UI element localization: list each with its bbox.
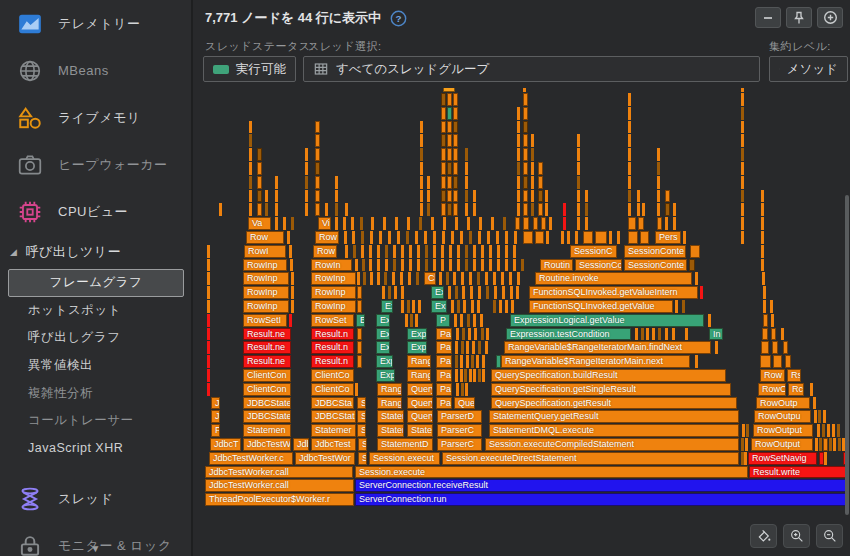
flame-segment[interactable] [761,231,764,244]
flame-segment[interactable] [480,314,483,327]
flame-segment[interactable] [761,341,769,354]
flame-segment[interactable] [695,355,698,368]
flame-segment[interactable] [640,231,649,244]
sidebar-item-live-memory[interactable]: ライブメモリ [0,94,191,141]
flame-segment[interactable] [407,300,410,313]
flame-segment[interactable] [465,203,468,216]
flame-segment[interactable] [700,286,703,299]
flame-segment[interactable] [453,203,458,216]
flame-segment[interactable]: ParserD [437,410,482,423]
flame-segment[interactable] [609,231,612,244]
flame-segment[interactable] [763,300,766,313]
flame-segment[interactable] [453,107,458,120]
flame-segment[interactable] [441,121,446,134]
flame-segment[interactable] [496,231,499,244]
flame-segment[interactable] [289,314,292,327]
flame-segment[interactable]: JdbcTestWorker.call [205,466,353,479]
flame-segment[interactable] [517,272,520,285]
flame-segment[interactable]: RowSetI [243,314,287,327]
flame-segment[interactable] [447,93,452,106]
flame-segment[interactable] [377,259,380,272]
flame-segment[interactable] [546,231,549,244]
flame-segment[interactable] [265,203,268,216]
flame-segment[interactable] [523,93,528,106]
flame-segment[interactable] [509,272,512,285]
flame-segment[interactable] [741,438,744,451]
flame-segment[interactable] [561,231,564,244]
flame-segment[interactable] [770,300,773,313]
flame-segment[interactable] [397,231,400,244]
flame-segment[interactable] [785,355,791,368]
flame-segment[interactable]: RowInp [311,286,356,299]
flame-segment[interactable] [577,203,580,216]
flame-segment[interactable] [257,176,262,189]
flame-segment[interactable]: JdbcT [210,438,241,451]
flame-segment[interactable] [585,190,588,203]
flame-segment[interactable] [478,231,481,244]
sidebar-item-flame-graph[interactable]: フレームグラフ [8,269,184,297]
flame-segment[interactable]: RowSetNavig [748,452,817,465]
sidebar-item-telemetry[interactable]: テレメトリー [0,0,191,47]
flame-segment[interactable] [762,328,768,341]
flame-segment[interactable]: Vi [318,217,331,230]
flame-segment[interactable]: Routine.invoke [535,272,692,285]
flame-segment[interactable] [406,231,409,244]
flame-segment[interactable] [449,259,452,272]
flame-segment[interactable] [363,272,366,285]
flame-segment[interactable] [379,231,382,244]
flame-segment[interactable]: Session.execute [355,466,748,479]
flame-segment[interactable]: Row [315,231,339,244]
flame-segment[interactable] [355,259,358,272]
flame-segment[interactable]: Session.executeDirectStatement [442,452,739,465]
sidebar-scroll-more-icon[interactable]: ▼ [91,543,101,554]
flame-segment[interactable]: S [357,410,366,423]
flame-segment[interactable]: S [358,438,367,451]
flame-segment[interactable] [461,383,464,396]
flame-segment[interactable] [585,203,588,216]
flame-segment[interactable] [335,190,338,203]
flame-segment[interactable] [741,176,744,189]
flame-segment[interactable] [456,383,459,396]
flame-segment[interactable] [657,162,660,175]
flame-segment[interactable] [441,148,446,161]
flame-segment[interactable] [469,231,472,244]
flame-segment[interactable] [810,383,813,396]
flame-segment[interactable] [523,121,528,134]
flame-segment[interactable] [447,162,452,175]
flame-segment[interactable] [460,314,463,327]
flame-segment[interactable] [494,286,497,299]
flame-segment[interactable] [523,203,528,216]
flame-segment[interactable] [419,217,422,230]
flame-segment[interactable] [451,231,454,244]
flame-segment[interactable] [517,134,520,147]
flame-segment[interactable] [401,259,404,272]
flame-segment[interactable]: Result.n [311,341,354,354]
vertical-scrollbar-thumb[interactable] [845,195,849,515]
flame-segment[interactable]: RowInp [311,300,356,313]
flame-segment[interactable] [781,328,784,341]
flame-segment[interactable] [575,231,578,244]
flame-segment[interactable] [357,328,362,341]
flame-segment[interactable]: Pa [436,383,452,396]
sidebar-item-hot-spots[interactable]: ホットスポット [0,297,191,325]
flame-segment[interactable] [517,148,520,161]
flame-segment[interactable]: JdbcTest [311,438,356,451]
flame-segment[interactable] [447,203,452,216]
flame-segment[interactable] [521,259,524,272]
flame-segment[interactable] [818,410,821,423]
flame-segment[interactable] [420,134,423,147]
flame-segment[interactable] [465,190,468,203]
flame-segment[interactable]: In [709,328,723,341]
flame-segment[interactable] [207,314,210,327]
flame-segment[interactable] [682,300,685,313]
flame-segment[interactable] [771,328,776,341]
flame-segment[interactable] [325,203,328,216]
flame-segment[interactable] [824,452,827,465]
flame-segment[interactable] [357,341,362,354]
flame-segment[interactable] [577,217,580,230]
flame-segment[interactable] [207,328,210,341]
flame-segment[interactable] [763,286,766,299]
flame-segment[interactable] [489,245,492,258]
flame-segment[interactable] [207,300,210,313]
flame-segment[interactable] [628,93,631,106]
